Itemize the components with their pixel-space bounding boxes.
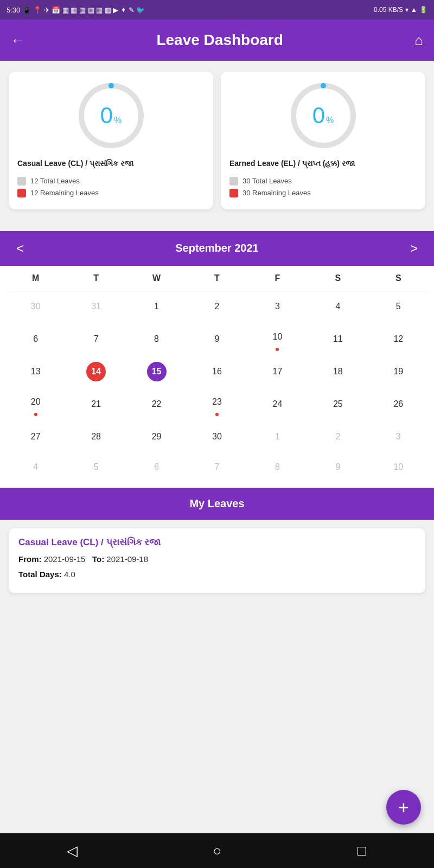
status-bar-right: 0.05 KB/S ▾ ▲ 🔋 <box>374 6 427 14</box>
day-number: 5 <box>86 457 106 477</box>
nav-home-icon[interactable]: ○ <box>203 837 231 864</box>
calendar-grid: MTWTFSS 30311234567891011121314151617181… <box>0 266 434 488</box>
calendar-day[interactable]: 11 <box>308 322 368 356</box>
day-number: 27 <box>26 427 46 446</box>
prev-month-button[interactable]: < <box>11 239 29 258</box>
el-remaining-label: 30 Remaining Leaves <box>242 189 311 197</box>
calendar-day[interactable]: 19 <box>368 356 429 387</box>
day-number: 30 <box>26 297 46 316</box>
weekday-label: W <box>126 270 187 286</box>
cl-legend: 12 Total Leaves 12 Remaining Leaves <box>17 177 205 201</box>
day-number: 17 <box>267 362 287 381</box>
day-number: 3 <box>267 297 287 316</box>
from-label: From: <box>18 554 42 564</box>
calendar-day[interactable]: 7 <box>66 322 126 356</box>
weekday-label: S <box>308 270 368 286</box>
nav-back-icon[interactable]: ◁ <box>59 837 86 864</box>
calendar-day[interactable]: 30 <box>187 422 247 452</box>
day-number: 11 <box>328 329 348 349</box>
calendar-day[interactable]: 13 <box>5 356 66 387</box>
calendar-day[interactable]: 8 <box>126 322 187 356</box>
leave-record-dates: From: 2021-09-15 To: 2021-09-18 <box>18 553 416 566</box>
calendar-day[interactable]: 31 <box>66 291 126 322</box>
event-dot <box>276 348 279 351</box>
calendar-day[interactable]: 21 <box>66 387 126 422</box>
calendar-day[interactable]: 14 <box>66 356 126 387</box>
calendar-day[interactable]: 1 <box>247 422 308 452</box>
my-leaves-section: My Leaves Casual Leave (CL) / પ્રાસંગિક … <box>0 488 434 669</box>
cl-circle: 0 % <box>76 80 146 151</box>
weekday-label: F <box>247 270 308 286</box>
calendar-day[interactable]: 7 <box>187 452 247 482</box>
day-number: 8 <box>267 457 287 477</box>
calendar-day[interactable]: 20 <box>5 387 66 422</box>
day-number: 26 <box>388 394 408 414</box>
calendar-day[interactable]: 10 <box>247 322 308 356</box>
day-number: 18 <box>328 362 348 381</box>
calendar-day[interactable]: 28 <box>66 422 126 452</box>
signal-icon: ▲ <box>411 6 417 14</box>
calendar-day[interactable]: 8 <box>247 452 308 482</box>
cl-title: Casual Leave (CL) / પ્રાસંગિક રજા <box>17 158 205 169</box>
weekday-label: T <box>187 270 247 286</box>
leave-record-card: Casual Leave (CL) / પ્રાસંગિક રજા From: … <box>9 528 425 593</box>
calendar-day[interactable]: 29 <box>126 422 187 452</box>
calendar-day[interactable]: 12 <box>368 322 429 356</box>
el-total-legend-box <box>229 177 238 186</box>
calendar-day[interactable]: 2 <box>187 291 247 322</box>
day-number: 30 <box>207 427 227 446</box>
day-number: 13 <box>26 362 46 381</box>
calendar-day[interactable]: 1 <box>126 291 187 322</box>
app-bar: ← Leave Dashboard ⌂ <box>0 20 434 61</box>
cl-total-legend-box <box>17 177 26 186</box>
day-number: 2 <box>328 427 348 446</box>
calendar-day[interactable]: 4 <box>5 452 66 482</box>
calendar-day[interactable]: 18 <box>308 356 368 387</box>
calendar-day[interactable]: 17 <box>247 356 308 387</box>
cards-row: 0 % Casual Leave (CL) / પ્રાસંગિક રજા 12… <box>9 72 425 209</box>
total-days-label: Total Days: <box>18 570 62 579</box>
day-number: 9 <box>328 457 348 477</box>
nav-recents-icon[interactable]: □ <box>348 837 375 864</box>
cl-remaining-legend-box <box>17 189 26 197</box>
calendar-day[interactable]: 25 <box>308 387 368 422</box>
calendar-day[interactable]: 22 <box>126 387 187 422</box>
home-button[interactable]: ⌂ <box>414 32 423 49</box>
calendar-day[interactable]: 16 <box>187 356 247 387</box>
calendar-day[interactable]: 3 <box>368 422 429 452</box>
leave-record-title: Casual Leave (CL) / પ્રાસંગિક રજા <box>18 537 416 548</box>
total-days-value: 4.0 <box>64 570 75 579</box>
calendar-day[interactable]: 9 <box>308 452 368 482</box>
main-content: 0 % Casual Leave (CL) / પ્રાસંગિક રજા 12… <box>0 61 434 231</box>
calendar-day[interactable]: 3 <box>247 291 308 322</box>
calendar-day[interactable]: 2 <box>308 422 368 452</box>
calendar-day[interactable]: 5 <box>66 452 126 482</box>
back-button[interactable]: ← <box>11 32 25 49</box>
el-percent: % <box>326 116 334 125</box>
day-number: 5 <box>388 297 408 316</box>
calendar-day[interactable]: 23 <box>187 387 247 422</box>
next-month-button[interactable]: > <box>405 239 423 258</box>
day-number: 8 <box>147 329 167 349</box>
weekday-label: M <box>5 270 66 286</box>
day-number: 4 <box>26 457 46 477</box>
status-bar-left: 5:30 📱 📍 ✈ 📅 ▦ ▦ ▦ ▦ ▦ ▦ ▶ ✦ ✎ 🐦 <box>7 6 145 14</box>
day-number: 1 <box>267 427 287 446</box>
calendar-day[interactable]: 5 <box>368 291 429 322</box>
calendar-day[interactable]: 4 <box>308 291 368 322</box>
day-number: 7 <box>207 457 227 477</box>
add-leave-fab[interactable]: + <box>386 790 421 825</box>
to-date: 2021-09-18 <box>106 554 148 564</box>
calendar-day[interactable]: 27 <box>5 422 66 452</box>
cl-total-label: 12 Total Leaves <box>30 177 80 185</box>
day-number: 29 <box>147 427 167 446</box>
calendar-day[interactable]: 24 <box>247 387 308 422</box>
calendar-day[interactable]: 30 <box>5 291 66 322</box>
calendar-day[interactable]: 6 <box>5 322 66 356</box>
cl-percent-display: 0 % <box>100 104 122 127</box>
calendar-day[interactable]: 9 <box>187 322 247 356</box>
calendar-day[interactable]: 6 <box>126 452 187 482</box>
calendar-day[interactable]: 15 <box>126 356 187 387</box>
calendar-day[interactable]: 10 <box>368 452 429 482</box>
calendar-day[interactable]: 26 <box>368 387 429 422</box>
